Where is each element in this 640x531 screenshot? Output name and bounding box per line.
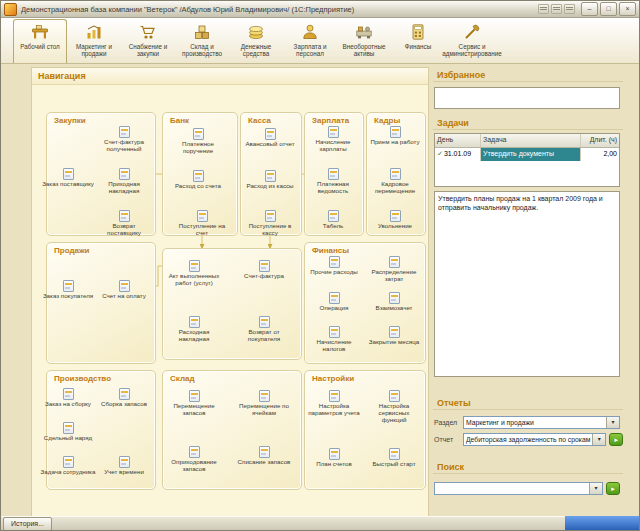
nav-item-operation[interactable]: Операция <box>306 292 362 312</box>
nav-item-payment-order[interactable]: Платежное поручение <box>170 128 226 155</box>
tab-salary-staff[interactable]: Зарплата и персонал <box>283 19 337 63</box>
section-title: Продажи <box>54 246 90 255</box>
close-button[interactable]: × <box>619 2 636 16</box>
nav-item-quick-start[interactable]: Быстрый старт <box>366 448 422 468</box>
app-window: Демонстрационная база компании "Ветерок"… <box>0 0 640 531</box>
favorites-header: Избранное <box>433 69 623 82</box>
document-icon <box>389 448 400 460</box>
nav-item-employee-task[interactable]: Задача сотрудника <box>40 456 96 476</box>
tab-money[interactable]: Денежные средства <box>229 19 283 63</box>
nav-item-service-functions[interactable]: Настройка сервисных функций <box>366 390 422 423</box>
nav-item-dismissal[interactable]: Увольнение <box>367 210 423 230</box>
task-title-cell: Утвердить документы <box>481 148 581 161</box>
tab-finance[interactable]: Финансы <box>391 19 445 63</box>
run-search-button[interactable]: ▸ <box>606 482 620 495</box>
tab-administration[interactable]: Сервис и администрирование <box>445 19 499 63</box>
nav-item-goods-issue[interactable]: Расходная накладная <box>166 316 222 343</box>
reports-header: Отчеты <box>433 397 623 410</box>
nav-item-supplier-return[interactable]: Возврат поставщику <box>96 210 152 237</box>
tab-desktop[interactable]: Рабочий стол <box>13 19 67 63</box>
nav-item-goods-receipt[interactable]: Приходная накладная <box>96 168 152 195</box>
nav-item-work-act[interactable]: Акт выполненных работ (услуг) <box>166 260 222 287</box>
nav-item-stock-transfer[interactable]: Перемещение запасов <box>166 390 222 417</box>
tab-label: Финансы <box>405 43 431 50</box>
wrench-icon <box>463 23 481 41</box>
document-icon <box>265 210 276 222</box>
document-icon <box>189 390 200 402</box>
tab-label: Снабжение и закупки <box>122 43 174 57</box>
nav-item-piecework[interactable]: Сдельный наряд <box>40 422 96 442</box>
chevron-down-icon[interactable]: ▾ <box>589 483 602 494</box>
nav-item-cost-allocation[interactable]: Распределение затрат <box>366 256 422 283</box>
nav-item-invoice-for-payment[interactable]: Счет на оплату <box>96 280 152 300</box>
column-task[interactable]: Задача <box>481 134 581 147</box>
nav-item-account-receipt[interactable]: Поступление на счет <box>174 210 230 237</box>
tab-warehouse-production[interactable]: Склад и производство <box>175 19 229 63</box>
run-report-button[interactable]: ▸ <box>609 433 623 446</box>
document-icon <box>329 292 340 304</box>
document-icon <box>119 210 130 222</box>
tab-procurement[interactable]: Снабжение и закупки <box>121 19 175 63</box>
document-icon <box>329 448 340 460</box>
task-note[interactable]: Утвердить планы продаж на 1 квартал 2009… <box>434 191 620 377</box>
history-button[interactable]: История... <box>3 517 52 531</box>
nav-item-chart-of-accounts[interactable]: План счетов <box>306 448 362 468</box>
cart-icon <box>139 23 157 41</box>
chevron-down-icon[interactable]: ▾ <box>592 434 605 445</box>
report-section-select[interactable]: Маркетинг и продажи ▾ <box>463 416 620 429</box>
nav-item-account-expense[interactable]: Расход со счета <box>170 170 226 190</box>
tab-marketing-sales[interactable]: Маркетинг и продажи <box>67 19 121 63</box>
nav-item-cash-receipt[interactable]: Поступление в кассу <box>242 210 298 237</box>
desktop-icon <box>31 23 49 41</box>
machine-icon <box>355 23 373 41</box>
nav-item-tax-accrual[interactable]: Начисление налогов <box>306 326 362 353</box>
nav-item-stock-posting[interactable]: Оприходование запасов <box>166 446 222 473</box>
report-name-select[interactable]: Дебиторская задолженность по срокам ▾ <box>463 433 606 446</box>
nav-item-month-closing[interactable]: Закрытие месяца <box>366 326 422 346</box>
nav-item-stock-assembly[interactable]: Сборка запасов <box>96 388 152 408</box>
column-day[interactable]: День <box>435 134 481 147</box>
nav-item-bin-transfer[interactable]: Перемещение по ячейкам <box>236 390 292 417</box>
document-icon <box>259 390 270 402</box>
nav-item-supplier-order[interactable]: Заказ поставщику <box>40 168 96 188</box>
report-label: Отчет <box>434 436 460 443</box>
tab-label: Зарплата и персонал <box>284 43 336 57</box>
search-input[interactable]: ▾ <box>434 482 603 495</box>
nav-item-cash-expense[interactable]: Расход из кассы <box>242 170 298 190</box>
nav-item-timesheet[interactable]: Табель <box>305 210 361 230</box>
nav-item-invoice-issued[interactable]: Счет-фактура <box>236 260 292 280</box>
document-icon <box>328 210 339 222</box>
nav-item-payroll-sheet[interactable]: Платежная ведомость <box>305 168 361 195</box>
nav-item-hiring[interactable]: Прием на работу <box>367 126 423 146</box>
maximize-button[interactable]: □ <box>600 2 617 16</box>
nav-item-other-expenses[interactable]: Прочие расходы <box>306 256 362 276</box>
nav-item-transfer[interactable]: Кадровое перемещение <box>367 168 423 195</box>
nav-item-time-tracking[interactable]: Учет времени <box>96 456 152 476</box>
task-row[interactable]: ✓31.01.09 Утвердить документы 2,00 <box>435 148 619 161</box>
report-name-value: Дебиторская задолженность по срокам <box>464 434 592 445</box>
titlebar-menu-icon[interactable] <box>538 4 549 14</box>
column-duration[interactable]: Длит. (ч) <box>581 134 619 147</box>
nav-item-stock-writeoff[interactable]: Списание запасов <box>236 446 292 466</box>
chevron-down-icon[interactable]: ▾ <box>606 417 619 428</box>
tab-fixed-assets[interactable]: Внеоборотные активы <box>337 19 391 63</box>
titlebar-windows-icon[interactable] <box>551 4 562 14</box>
document-icon <box>189 316 200 328</box>
nav-item-advance-report[interactable]: Авансовый отчет <box>242 128 298 148</box>
nav-item-offset[interactable]: Взаимозачет <box>366 292 422 312</box>
titlebar-more-icon[interactable] <box>564 4 575 14</box>
minimize-button[interactable]: – <box>581 2 598 16</box>
nav-item-accounting-params[interactable]: Настройка параметров учета <box>306 390 362 417</box>
document-icon <box>390 210 401 222</box>
section-title: Производство <box>54 374 111 383</box>
favorites-list[interactable] <box>434 87 620 109</box>
document-icon <box>119 126 130 138</box>
nav-item-assembly-order[interactable]: Заказ на сборку <box>40 388 96 408</box>
tab-label: Маркетинг и продажи <box>68 43 120 57</box>
nav-item-payroll[interactable]: Начисление зарплаты <box>305 126 361 153</box>
nav-item-customer-order[interactable]: Заказ покупателя <box>40 280 96 300</box>
nav-item-invoice-received[interactable]: Счет-фактура полученный <box>96 126 152 153</box>
document-icon <box>259 316 270 328</box>
nav-item-customer-return[interactable]: Возврат от покупателя <box>236 316 292 343</box>
marketing-icon <box>85 23 103 41</box>
